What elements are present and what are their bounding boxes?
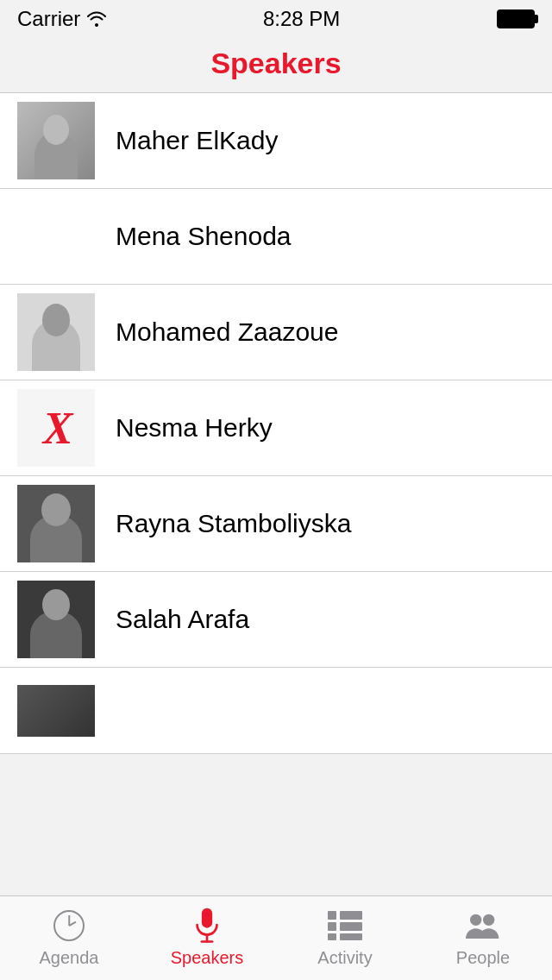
status-bar: Carrier 8:28 PM — [0, 0, 552, 38]
svg-point-10 — [483, 914, 494, 926]
svg-rect-3 — [328, 911, 336, 920]
agenda-icon — [52, 908, 86, 943]
list-item[interactable]: Mena Shenoda — [0, 189, 552, 285]
avatar — [17, 685, 95, 737]
list-item[interactable]: Rayna Stamboliyska — [0, 476, 552, 572]
tab-agenda[interactable]: Agenda — [0, 896, 138, 980]
people-svg — [466, 910, 500, 941]
status-time: 8:28 PM — [263, 7, 340, 31]
clock-icon — [53, 910, 85, 941]
tab-people-label: People — [456, 948, 510, 968]
activity-svg — [328, 911, 362, 940]
avatar — [17, 198, 95, 275]
carrier-label: Carrier — [17, 7, 106, 31]
avatar: X — [17, 389, 95, 467]
list-item[interactable] — [0, 668, 552, 754]
speaker-name: Nesma Herky — [116, 413, 273, 443]
wifi-icon — [87, 11, 106, 27]
speaker-name: Salah Arafa — [116, 605, 249, 634]
list-item[interactable]: Salah Arafa — [0, 572, 552, 668]
svg-point-9 — [470, 914, 481, 926]
battery-indicator — [497, 9, 535, 28]
microphone-icon — [190, 908, 224, 943]
page-title: Speakers — [0, 47, 552, 80]
speaker-name: Maher ElKady — [116, 126, 278, 155]
svg-rect-0 — [202, 908, 212, 928]
avatar — [17, 485, 95, 562]
tab-activity[interactable]: Activity — [276, 896, 414, 980]
nav-header: Speakers — [0, 38, 552, 93]
tab-bar: Agenda Speakers Activity — [0, 895, 552, 980]
svg-rect-7 — [328, 933, 336, 940]
list-item[interactable]: Maher ElKady — [0, 93, 552, 189]
tab-activity-label: Activity — [317, 948, 372, 968]
tab-agenda-label: Agenda — [40, 948, 99, 968]
activity-icon — [328, 908, 362, 943]
svg-rect-6 — [340, 922, 362, 931]
speaker-name: Mena Shenoda — [116, 222, 292, 251]
nesma-logo: X — [43, 403, 70, 454]
tab-speakers-label: Speakers — [171, 948, 244, 968]
battery-icon — [497, 9, 535, 28]
speaker-name: Rayna Stamboliyska — [116, 509, 351, 538]
avatar — [17, 293, 95, 371]
tab-speakers[interactable]: Speakers — [138, 896, 276, 980]
speaker-list: Maher ElKady Mena Shenoda Mohamed Zaazou… — [0, 93, 552, 754]
svg-rect-4 — [340, 911, 362, 920]
mic-svg — [192, 907, 222, 945]
list-item[interactable]: X Nesma Herky — [0, 380, 552, 476]
avatar — [17, 581, 95, 658]
tab-people[interactable]: People — [414, 896, 552, 980]
list-item[interactable]: Mohamed Zaazoue — [0, 285, 552, 380]
svg-rect-5 — [328, 922, 336, 931]
speaker-name: Mohamed Zaazoue — [116, 317, 339, 347]
people-icon — [466, 908, 500, 943]
avatar — [17, 102, 95, 179]
svg-rect-8 — [340, 933, 362, 940]
